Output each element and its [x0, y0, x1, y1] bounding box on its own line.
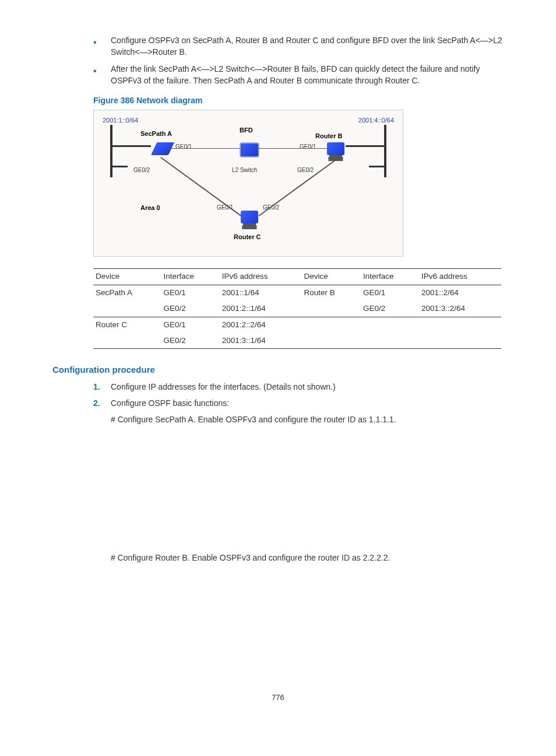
lan-bar-right: [384, 125, 386, 177]
step-text: Configure IP addresses for the interface…: [111, 382, 336, 391]
table-header-row: Device Interface IPv6 address Device Int…: [93, 268, 501, 285]
lan-stub: [346, 145, 386, 147]
list-item: 2. Configure OSPF basic functions: # Con…: [93, 398, 504, 425]
step-number: 2.: [93, 398, 100, 410]
routerc-label: Router C: [234, 233, 261, 242]
area-label: Area 0: [140, 204, 160, 212]
lan-stub: [110, 166, 128, 167]
table-row: GE0/2 2001:2::1/64 GE0/2 2001:3::2/64: [93, 301, 501, 317]
th-interface: Interface: [361, 268, 419, 285]
figure-caption: Figure 386 Network diagram: [93, 95, 504, 107]
step-text: Configure OSPF basic functions:: [111, 398, 229, 408]
bullet-item: Configure OSPFv3 on SecPath A, Router B …: [93, 35, 504, 58]
lan-bar-left: [110, 125, 112, 177]
port-label: GE0/1: [300, 143, 316, 151]
section-heading: Configuration procedure: [52, 363, 504, 376]
step-number: 1.: [93, 382, 100, 393]
list-item: 1. Configure IP addresses for the interf…: [93, 382, 504, 393]
bfd-label: BFD: [240, 126, 253, 135]
switch-icon: [240, 142, 257, 155]
th-addr: IPv6 address: [220, 268, 302, 285]
router-icon: ROUTER: [241, 211, 258, 223]
lan-stub: [110, 145, 151, 147]
link-line: [257, 148, 327, 149]
routerb-label: Router B: [315, 132, 342, 141]
port-label: GE0/2: [133, 166, 150, 174]
bullet-item: After the link SecPath A<—>L2 Switch<—>R…: [93, 64, 504, 86]
bullet-list: Configure OSPFv3 on SecPath A, Router B …: [52, 35, 504, 86]
port-label: GE0/2: [297, 166, 314, 174]
th-addr: IPv6 address: [419, 268, 501, 285]
link-line: [171, 148, 240, 149]
subnet-right-label: 2001:4::0/64: [358, 116, 394, 125]
step-subtext: # Configure SecPath A. Enable OSPFv3 and…: [111, 414, 504, 426]
l2switch-label: L2 Switch: [232, 166, 257, 174]
secpath-label: SecPath A: [140, 130, 172, 138]
router-icon: ROUTER: [327, 142, 344, 155]
subnet-left-label: 2001:1::0/64: [103, 116, 138, 125]
step-subtext: # Configure Router B. Enable OSPFv3 and …: [52, 552, 504, 564]
th-device: Device: [302, 268, 361, 285]
page-number: 776: [52, 692, 504, 703]
network-diagram: 2001:1::0/64 2001:4::0/64 SecPath A BFD …: [93, 110, 403, 257]
port-label: GE0/1: [175, 143, 192, 151]
th-device: Device: [93, 268, 161, 285]
th-interface: Interface: [161, 268, 219, 285]
table-row: SecPath A GE0/1 2001::1/64 Router B GE0/…: [93, 285, 501, 300]
link-line: [161, 157, 241, 216]
lan-stub: [369, 166, 386, 167]
address-table: Device Interface IPv6 address Device Int…: [93, 268, 501, 349]
spacer: [52, 430, 504, 547]
secpath-icon: [154, 142, 171, 155]
numbered-list: 1. Configure IP addresses for the interf…: [52, 382, 504, 425]
table-row: GE0/2 2001:3::1/64: [93, 333, 501, 349]
table-row: Router C GE0/1 2001:2::2/64: [93, 317, 501, 332]
